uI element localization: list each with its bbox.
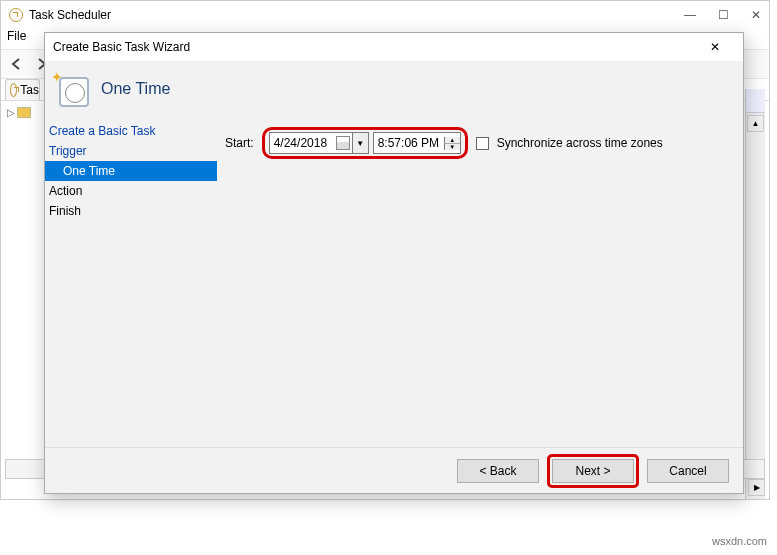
- calendar-icon: [336, 136, 350, 150]
- wizard-content: Start: ▼ ▲ ▼ S: [217, 117, 743, 447]
- maximize-icon[interactable]: ☐: [718, 8, 729, 22]
- nav-trigger[interactable]: Trigger: [45, 141, 217, 161]
- tree-view: ▷: [7, 107, 47, 118]
- folder-icon: [17, 107, 31, 118]
- main-window-title: Task Scheduler: [29, 8, 111, 22]
- start-row: Start: ▼ ▲ ▼ S: [225, 127, 735, 159]
- next-button[interactable]: Next >: [552, 459, 634, 483]
- nav-back-icon[interactable]: [7, 54, 27, 74]
- nav-action: Action: [45, 181, 217, 201]
- nav-one-time[interactable]: One Time: [45, 161, 217, 181]
- wizard-heading: One Time: [101, 80, 170, 98]
- nav-finish: Finish: [45, 201, 217, 221]
- date-picker[interactable]: ▼: [269, 132, 369, 154]
- time-input[interactable]: [374, 134, 444, 152]
- wizard-nav: Create a Basic Task Trigger One Time Act…: [45, 117, 217, 447]
- actions-pane: ▲ ▶: [745, 89, 765, 499]
- wizard-header: ✦ One Time: [45, 61, 743, 117]
- tree-item-library[interactable]: ▷: [7, 107, 47, 118]
- wizard-close-button[interactable]: ✕: [695, 40, 735, 54]
- app-icon: [9, 8, 23, 22]
- minimize-icon[interactable]: —: [684, 8, 696, 22]
- main-window-titlebar: Task Scheduler — ☐ ✕: [1, 1, 769, 29]
- spin-up-icon[interactable]: ▲: [445, 137, 460, 144]
- triangle-right-icon: ▶: [754, 483, 760, 492]
- back-button[interactable]: < Back: [457, 459, 539, 483]
- start-label: Start:: [225, 136, 254, 150]
- triangle-up-icon: ▲: [752, 119, 760, 128]
- cancel-button[interactable]: Cancel: [647, 459, 729, 483]
- date-input[interactable]: [270, 134, 334, 152]
- wizard-titlebar: Create Basic Task Wizard ✕: [45, 33, 743, 61]
- clock-icon: [59, 77, 89, 107]
- date-dropdown-button[interactable]: ▼: [352, 133, 368, 153]
- tree-caret-icon: ▷: [7, 107, 15, 118]
- highlight-datetime: ▼ ▲ ▼: [262, 127, 468, 159]
- actions-pane-header: [746, 89, 765, 113]
- menu-file[interactable]: File: [7, 29, 26, 43]
- sync-label: Synchronize across time zones: [497, 136, 663, 150]
- sync-checkbox[interactable]: [476, 137, 489, 150]
- watermark: wsxdn.com: [712, 535, 767, 547]
- wizard-footer: < Back Next > Cancel: [45, 447, 743, 493]
- tab-task-scheduler[interactable]: Tas: [5, 79, 40, 100]
- close-icon[interactable]: ✕: [751, 8, 761, 22]
- wizard-dialog: Create Basic Task Wizard ✕ ✦ One Time Cr…: [44, 32, 744, 494]
- tab-label: Tas: [20, 83, 39, 97]
- nav-create-basic-task[interactable]: Create a Basic Task: [45, 121, 217, 141]
- time-picker[interactable]: ▲ ▼: [373, 132, 461, 154]
- scroll-right-button[interactable]: ▶: [748, 479, 765, 496]
- wizard-title-text: Create Basic Task Wizard: [53, 40, 190, 54]
- wizard-body: Create a Basic Task Trigger One Time Act…: [45, 117, 743, 447]
- scroll-up-button[interactable]: ▲: [747, 115, 764, 132]
- highlight-next: Next >: [547, 454, 639, 488]
- clock-icon: [10, 83, 17, 97]
- time-spinner[interactable]: ▲ ▼: [444, 137, 460, 150]
- wizard-icon: ✦: [53, 71, 89, 107]
- spin-down-icon[interactable]: ▼: [445, 144, 460, 150]
